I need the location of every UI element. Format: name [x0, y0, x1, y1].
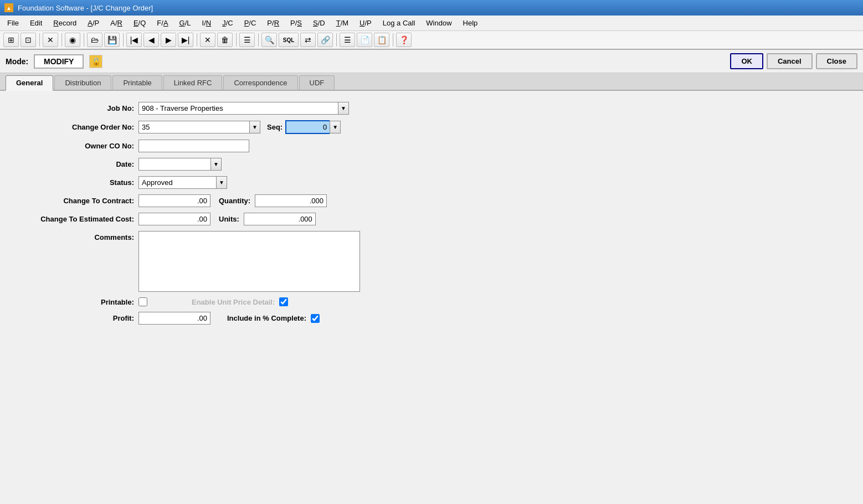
next-record-button[interactable]: ▶	[161, 33, 176, 47]
seq-dropdown-button[interactable]: ▼	[330, 121, 341, 133]
change-order-no-input[interactable]	[138, 121, 249, 133]
main-content: Job No: ▼ Change Order No: ▼ Seq: ▼ Owne…	[0, 91, 863, 341]
separator-8	[336, 33, 337, 47]
last-record-button[interactable]: ▶|	[178, 33, 193, 47]
tab-correspondence[interactable]: Correspondence	[223, 75, 297, 90]
menu-help[interactable]: Help	[458, 17, 483, 29]
change-to-contract-input[interactable]	[138, 194, 210, 207]
menu-eq[interactable]: E/Q	[129, 17, 151, 29]
seq-label: Seq:	[267, 123, 282, 131]
status-dropdown-button[interactable]: ▼	[216, 176, 227, 189]
document-button[interactable]: 📄	[357, 33, 372, 47]
title-text: Foundation Software - [J/C Change Order]	[18, 4, 153, 12]
job-no-row: Job No: ▼	[17, 102, 846, 115]
menu-ap[interactable]: A/P	[83, 17, 104, 29]
menu-record[interactable]: Record	[48, 17, 81, 29]
quantity-label: Quantity:	[219, 197, 250, 205]
menu-pc[interactable]: P/C	[239, 17, 261, 29]
menu-button[interactable]: ☰	[340, 33, 355, 47]
change-to-estimated-cost-input[interactable]	[138, 213, 210, 225]
profit-label: Profit:	[17, 314, 138, 322]
cancel-button[interactable]: Cancel	[767, 53, 813, 69]
tab-general[interactable]: General	[6, 75, 53, 91]
date-input[interactable]	[138, 158, 210, 171]
switch-button[interactable]: ⇄	[300, 33, 316, 47]
change-order-no-dropdown-button[interactable]: ▼	[249, 121, 260, 133]
separator-6	[235, 33, 237, 47]
owner-co-no-input[interactable]	[138, 140, 249, 152]
profit-input[interactable]	[138, 312, 210, 325]
menu-up[interactable]: U/P	[355, 17, 377, 29]
location-button[interactable]: ◉	[65, 33, 80, 47]
menu-gl[interactable]: G/L	[174, 17, 196, 29]
help-button[interactable]: ❓	[396, 33, 412, 47]
date-dropdown-button[interactable]: ▼	[210, 158, 222, 171]
separator-3	[83, 33, 84, 47]
menu-tm[interactable]: T/M	[331, 17, 353, 29]
units-input[interactable]	[244, 213, 316, 225]
comments-row: Comments:	[17, 231, 846, 292]
separator-1	[39, 33, 40, 47]
menu-ps[interactable]: P/S	[285, 17, 307, 29]
job-no-dropdown-button[interactable]: ▼	[338, 102, 349, 115]
app-icon: ▲	[4, 3, 13, 12]
separator-4	[122, 33, 124, 47]
report-button[interactable]: 📋	[374, 33, 389, 47]
job-no-input[interactable]	[138, 102, 338, 115]
status-row: Status: ▼	[17, 176, 846, 189]
search-button[interactable]: 🔍	[261, 33, 277, 47]
separator-9	[392, 33, 393, 47]
title-bar: ▲ Foundation Software - [J/C Change Orde…	[0, 0, 863, 16]
job-no-label: Job No:	[17, 104, 138, 112]
job-no-wrapper: ▼	[138, 102, 349, 115]
owner-co-no-row: Owner CO No:	[17, 140, 846, 152]
form-view-button[interactable]: ⊡	[20, 33, 36, 47]
close-window-button[interactable]: ✕	[43, 33, 58, 47]
menu-log-call[interactable]: Log a Call	[378, 17, 420, 29]
menu-pr[interactable]: P/R	[262, 17, 284, 29]
units-label: Units:	[219, 215, 239, 223]
change-order-no-row: Change Order No: ▼ Seq: ▼	[17, 120, 846, 134]
seq-input[interactable]	[285, 120, 330, 134]
delete-button[interactable]: 🗑	[217, 33, 233, 47]
mode-buttons: OK Cancel Close	[730, 53, 857, 69]
menu-ar[interactable]: A/R	[105, 17, 127, 29]
comments-label: Comments:	[17, 231, 138, 241]
separator-7	[258, 33, 259, 47]
change-to-estimated-cost-label: Change To Estimated Cost:	[17, 215, 138, 223]
prev-record-button[interactable]: ◀	[143, 33, 159, 47]
save-button[interactable]: 💾	[104, 33, 120, 47]
cancel-edit-button[interactable]: ✕	[200, 33, 215, 47]
include-in-percent-complete-checkbox[interactable]	[311, 314, 320, 323]
ok-button[interactable]: OK	[730, 53, 763, 69]
menu-in[interactable]: I/N	[197, 17, 217, 29]
printable-label: Printable:	[17, 298, 138, 306]
quantity-input[interactable]	[255, 194, 327, 207]
menu-file[interactable]: File	[2, 17, 24, 29]
menu-edit[interactable]: Edit	[25, 17, 47, 29]
tabs-bar: General Distribution Printable Linked RF…	[0, 73, 863, 91]
close-button[interactable]: Close	[816, 53, 857, 69]
sql-button[interactable]: SQL	[279, 33, 299, 47]
tab-udf[interactable]: UDF	[299, 75, 335, 90]
list-button[interactable]: ☰	[239, 33, 255, 47]
tab-printable[interactable]: Printable	[112, 75, 162, 90]
include-in-percent-complete-label: Include in % Complete:	[227, 314, 306, 322]
separator-2	[61, 33, 62, 47]
printable-checkbox[interactable]	[138, 297, 147, 306]
grid-view-button[interactable]: ⊞	[3, 33, 19, 47]
first-record-button[interactable]: |◀	[126, 33, 142, 47]
lock-icon: 🔒	[89, 55, 102, 68]
menu-window[interactable]: Window	[421, 17, 456, 29]
menu-jc[interactable]: J/C	[217, 17, 238, 29]
tab-distribution[interactable]: Distribution	[54, 75, 111, 90]
enable-unit-price-detail-label: Enable Unit Price Detail:	[192, 298, 275, 306]
open-button[interactable]: 🗁	[87, 33, 102, 47]
status-input[interactable]	[138, 176, 216, 189]
link-button[interactable]: 🔗	[317, 33, 333, 47]
comments-textarea[interactable]	[138, 231, 360, 292]
menu-sd[interactable]: S/D	[308, 17, 330, 29]
tab-linked-rfc[interactable]: Linked RFC	[163, 75, 223, 90]
enable-unit-price-detail-checkbox[interactable]	[279, 297, 288, 306]
menu-fa[interactable]: F/A	[152, 17, 173, 29]
